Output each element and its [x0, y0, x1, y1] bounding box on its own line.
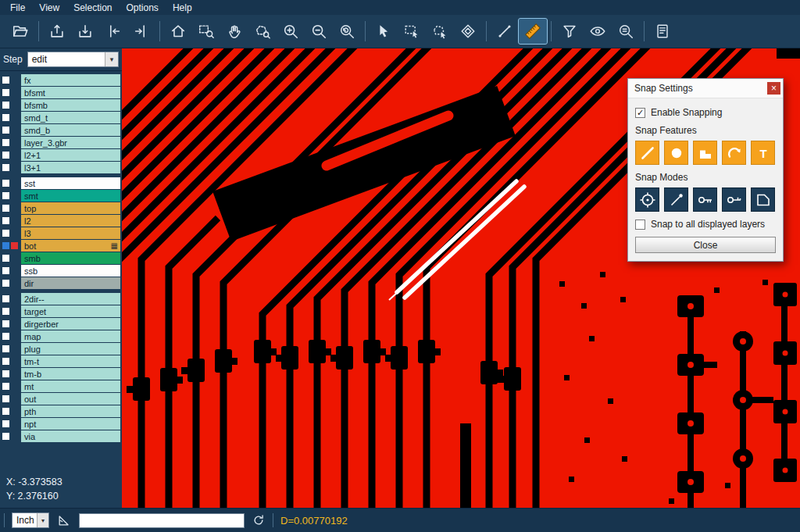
layer-visibility-checkbox[interactable] [2, 308, 9, 315]
layer-visibility-checkbox[interactable] [2, 383, 9, 390]
zoom-area-button[interactable] [192, 19, 220, 44]
layer-visibility-checkbox[interactable] [2, 345, 9, 352]
layer-name-cell[interactable]: top [21, 202, 120, 214]
layer-row-smb[interactable]: smb [0, 252, 122, 264]
layer-row-sst[interactable]: sst [0, 177, 122, 189]
layer-visibility-checkbox[interactable] [2, 230, 9, 237]
layer-active-indicator[interactable] [11, 230, 18, 237]
refresh-icon[interactable] [252, 513, 266, 527]
layer-active-indicator[interactable] [11, 408, 18, 415]
layer-row-ssb[interactable]: ssb [0, 265, 122, 277]
layer-visibility-checkbox[interactable] [2, 139, 9, 146]
layer-name-cell[interactable]: bfsmb [21, 99, 120, 111]
pan-button[interactable] [220, 19, 248, 44]
layer-row-tm-b[interactable]: tm-b [0, 368, 122, 380]
command-input[interactable] [79, 513, 245, 528]
layer-visibility-checkbox[interactable] [2, 180, 9, 187]
layer-visibility-checkbox[interactable] [2, 333, 9, 340]
find-net-button[interactable] [612, 19, 640, 44]
layer-visibility-checkbox[interactable] [2, 152, 9, 159]
layer-visibility-checkbox[interactable] [2, 370, 9, 377]
layer-name-cell[interactable]: bfsmt [21, 87, 120, 98]
layer-name-cell[interactable]: smt [21, 190, 120, 202]
layer-active-indicator[interactable] [11, 267, 18, 274]
layer-visibility-checkbox[interactable] [2, 267, 9, 274]
import-down-button[interactable] [71, 19, 99, 44]
layer-visibility-checkbox[interactable] [2, 358, 9, 365]
layer-active-indicator[interactable] [11, 370, 18, 377]
layer-row-bot[interactable]: bot▦ [0, 240, 122, 252]
layer-row-smt[interactable]: smt [0, 190, 122, 202]
snap-arc-button[interactable] [722, 141, 746, 165]
snap-pad-button[interactable] [664, 141, 688, 165]
layer-visibility-checkbox[interactable] [2, 320, 9, 327]
menu-view[interactable]: View [32, 1, 66, 15]
layer-name-cell[interactable]: target [21, 305, 120, 317]
zoom-out-button[interactable] [305, 19, 333, 44]
layer-active-indicator[interactable] [11, 320, 18, 327]
layer-row-via[interactable]: via [0, 430, 122, 442]
layer-row-l3[interactable]: l3 [0, 227, 122, 239]
layer-visibility-checkbox[interactable] [2, 395, 9, 402]
export-up-button[interactable] [43, 19, 71, 44]
snap-midpoint-button[interactable] [693, 187, 717, 212]
menu-options[interactable]: Options [120, 1, 166, 15]
zoom-previous-button[interactable] [333, 19, 361, 44]
layer-visibility-checkbox[interactable] [2, 242, 9, 249]
layer-active-indicator[interactable] [11, 89, 18, 96]
layer-active-indicator[interactable] [11, 308, 18, 315]
layer-visibility-checkbox[interactable] [2, 295, 9, 302]
layer-active-indicator[interactable] [11, 164, 18, 171]
layer-name-cell[interactable]: l3 [21, 227, 120, 239]
visibility-button[interactable] [584, 19, 612, 44]
layer-active-indicator[interactable] [11, 358, 18, 365]
enable-snapping-checkbox[interactable]: ✓ [635, 108, 645, 118]
layer-active-indicator[interactable] [11, 77, 18, 84]
layer-name-cell[interactable]: tm-b [21, 368, 120, 380]
menu-selection[interactable]: Selection [66, 1, 119, 15]
layer-name-cell[interactable]: out [21, 393, 120, 405]
layer-active-indicator[interactable] [11, 152, 18, 159]
angle-measure-icon[interactable] [56, 512, 72, 528]
layer-name-cell[interactable]: smd_t [21, 112, 120, 123]
layer-name-cell[interactable]: dir [21, 277, 120, 289]
layer-active-indicator[interactable] [11, 139, 18, 146]
snap-text-button[interactable]: T [751, 141, 775, 165]
layer-row-tm-t[interactable]: tm-t [0, 355, 122, 367]
all-layers-checkbox[interactable] [635, 220, 645, 230]
layer-row-plug[interactable]: plug [0, 343, 122, 355]
snap-corner-button[interactable] [693, 141, 717, 165]
layer-active-indicator[interactable] [11, 217, 18, 224]
step-select[interactable]: edit ▾ [27, 52, 119, 67]
filter-button[interactable] [555, 19, 584, 44]
layer-row-fx[interactable]: fx [0, 74, 122, 86]
layer-active-indicator[interactable] [11, 127, 18, 134]
layer-name-cell[interactable]: ssb [21, 265, 120, 277]
layer-visibility-checkbox[interactable] [2, 433, 9, 440]
layer-name-cell[interactable]: l2+1 [21, 149, 120, 161]
layer-name-cell[interactable]: sst [21, 177, 120, 189]
select-polygon-button[interactable] [426, 19, 454, 44]
page-left-button[interactable] [99, 19, 127, 44]
open-file-button[interactable] [6, 19, 34, 44]
layer-row-bfsmt[interactable]: bfsmt [0, 87, 122, 98]
layer-active-indicator[interactable] [11, 383, 18, 390]
layer-name-cell[interactable]: plug [21, 343, 120, 355]
layer-name-cell[interactable]: layer_3.gbr [21, 137, 120, 148]
layer-visibility-checkbox[interactable] [2, 255, 9, 262]
layer-visibility-checkbox[interactable] [2, 205, 9, 212]
layer-name-cell[interactable]: via [21, 430, 120, 442]
layer-name-cell[interactable]: fx [21, 74, 120, 86]
layer-name-cell[interactable]: smd_b [21, 124, 120, 136]
select-cursor-button[interactable] [370, 19, 398, 44]
layer-active-indicator[interactable] [11, 280, 18, 287]
layer-visibility-checkbox[interactable] [2, 408, 9, 415]
zoom-polygon-button[interactable] [248, 19, 277, 44]
layer-row-npt[interactable]: npt [0, 418, 122, 430]
layer-active-indicator[interactable] [11, 192, 18, 199]
layer-row-mt[interactable]: mt [0, 380, 122, 392]
layer-active-indicator[interactable] [11, 114, 18, 121]
layer-name-cell[interactable]: pth [21, 405, 120, 417]
layer-row-pth[interactable]: pth [0, 405, 122, 417]
layer-row-smd_t[interactable]: smd_t [0, 112, 122, 123]
